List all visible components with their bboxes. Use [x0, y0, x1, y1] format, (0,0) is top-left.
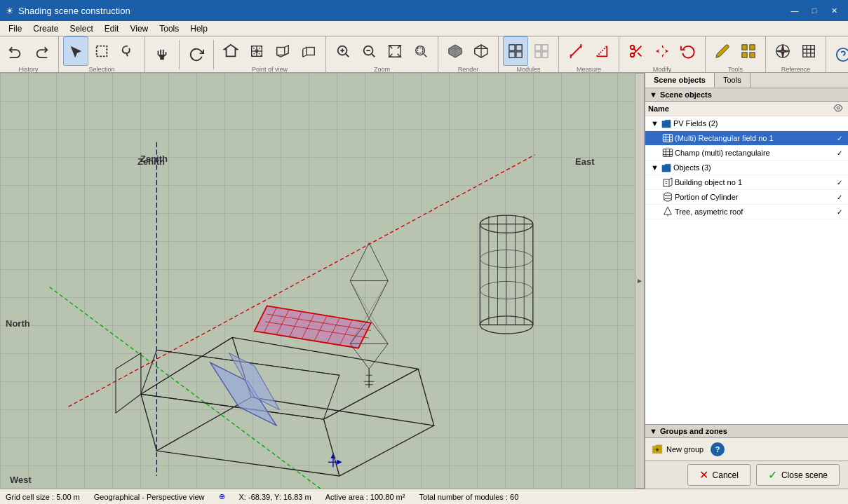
- titlebar: ☀ Shading scene construction — □ ✕: [0, 0, 848, 21]
- cylinder-item[interactable]: Portion of Cylinder ✓: [645, 190, 848, 205]
- cylinder-vis[interactable]: ✓: [834, 193, 845, 201]
- close-scene-button[interactable]: ✓ Close scene: [756, 464, 840, 486]
- tools-group: Tools: [710, 36, 766, 73]
- building-icon: [662, 177, 673, 188]
- maximize-button[interactable]: □: [806, 4, 823, 17]
- pov-top-button[interactable]: [244, 36, 269, 66]
- pv-fields-group[interactable]: ▼ PV Fields (2): [645, 116, 848, 131]
- zoom-in-button[interactable]: [330, 36, 356, 66]
- measure-line-button[interactable]: [563, 36, 588, 66]
- ref-grid-button[interactable]: [796, 36, 821, 66]
- svg-rect-24: [535, 51, 541, 57]
- pv-field-1-vis[interactable]: ✓: [834, 135, 845, 142]
- selection-group: Selection: [63, 36, 145, 73]
- svg-marker-69: [255, 306, 371, 348]
- select-rect-button[interactable]: [89, 36, 114, 66]
- render-wire-button[interactable]: [469, 36, 494, 66]
- tree-icon: [662, 206, 673, 217]
- close-button[interactable]: ✕: [826, 4, 842, 17]
- tools-label: Tools: [710, 66, 761, 73]
- scene-objects-panel: ▼ Scene objects Name ▼: [645, 88, 848, 461]
- svg-marker-125: [664, 207, 672, 214]
- panel-tabs: Scene objects Tools: [645, 73, 848, 88]
- pv-field-icon-2: [662, 147, 673, 158]
- panel-collapse-button[interactable]: ►: [635, 73, 645, 489]
- new-group-button[interactable]: New group: [648, 441, 706, 458]
- svg-marker-43: [776, 50, 789, 53]
- zoom-box-button[interactable]: [408, 36, 433, 66]
- objects-label: Objects (3): [673, 163, 845, 172]
- objects-group[interactable]: ▼ Objects (3): [645, 161, 848, 175]
- measure-angle-button[interactable]: [589, 36, 614, 66]
- groups-content: New group ?: [645, 438, 848, 461]
- redo-button[interactable]: [29, 36, 54, 66]
- scissors-button[interactable]: [624, 36, 649, 66]
- svg-line-89: [350, 343, 369, 369]
- scene-canvas[interactable]: [0, 73, 635, 489]
- pov-front-button[interactable]: [270, 36, 295, 66]
- select-cursor-button[interactable]: [63, 36, 88, 66]
- app-icon: ☀: [6, 6, 14, 16]
- history-group: History: [3, 36, 59, 73]
- tree-item[interactable]: Tree, asymetric roof ✓: [645, 205, 848, 219]
- tree-header: Name: [645, 102, 848, 116]
- svg-marker-1: [224, 44, 237, 56]
- svg-rect-38: [750, 44, 755, 49]
- modules-off-button[interactable]: [529, 36, 554, 66]
- minimize-button[interactable]: —: [786, 4, 803, 17]
- menu-create[interactable]: Create: [27, 22, 64, 35]
- pov-side-button[interactable]: [296, 36, 321, 66]
- svg-line-86: [369, 318, 388, 343]
- select-lasso-button[interactable]: [115, 36, 140, 66]
- tree-vis[interactable]: ✓: [834, 208, 845, 216]
- svg-marker-57: [337, 460, 342, 465]
- viewport[interactable]: Zenith Zenith North East West South: [0, 73, 635, 489]
- panel-footer: ✕ Cancel ✓ Close scene: [645, 461, 848, 489]
- refresh-button[interactable]: [184, 40, 209, 69]
- menu-edit[interactable]: Edit: [99, 22, 125, 35]
- tab-tools[interactable]: Tools: [715, 73, 751, 88]
- modules-on-button[interactable]: [503, 36, 528, 66]
- refresh-group: [184, 40, 214, 69]
- pv-field-2-vis[interactable]: ✓: [834, 149, 845, 157]
- groups-header[interactable]: ▼ Groups and zones: [645, 425, 848, 438]
- svg-line-12: [372, 54, 375, 57]
- help-button[interactable]: [830, 40, 848, 69]
- zoom-label: Zoom: [330, 66, 433, 73]
- svg-rect-22: [535, 44, 541, 50]
- pencil-button[interactable]: [710, 36, 735, 66]
- building-object-name: Building object no 1: [675, 178, 834, 186]
- rotate-button[interactable]: [675, 36, 701, 66]
- menu-file[interactable]: File: [3, 22, 27, 35]
- move-button[interactable]: [650, 36, 675, 66]
- menu-tools[interactable]: Tools: [154, 22, 184, 35]
- zoom-fit-button[interactable]: [382, 36, 408, 66]
- groups-help-button[interactable]: ?: [711, 442, 725, 456]
- menu-view[interactable]: View: [124, 22, 154, 35]
- menubar: File Create Select Edit View Tools Help: [0, 21, 848, 36]
- pan-button[interactable]: [149, 40, 175, 69]
- svg-rect-25: [542, 51, 548, 57]
- col-vis-header: [831, 103, 845, 114]
- menu-help[interactable]: Help: [184, 22, 213, 35]
- svg-line-83: [369, 281, 388, 319]
- svg-rect-37: [742, 44, 747, 49]
- compass-button[interactable]: [770, 36, 795, 66]
- modules-count-status: Total number of modules : 60: [419, 493, 518, 501]
- svg-marker-36: [665, 49, 669, 53]
- render-solid-button[interactable]: [443, 36, 468, 66]
- pv-field-item-1[interactable]: (Multi) Rectangular field no 1 ✓: [645, 131, 848, 146]
- tab-scene-objects[interactable]: Scene objects: [645, 73, 715, 88]
- pov-home-button[interactable]: [218, 36, 243, 66]
- undo-button[interactable]: [3, 36, 28, 66]
- svg-line-62: [418, 369, 433, 425]
- building-object-vis[interactable]: ✓: [834, 179, 845, 186]
- grid-tool-button[interactable]: [736, 36, 761, 66]
- svg-line-64: [141, 337, 232, 394]
- zoom-out-button[interactable]: [356, 36, 382, 66]
- menu-select[interactable]: Select: [64, 22, 98, 35]
- building-object-item[interactable]: Building object no 1 ✓: [645, 175, 848, 190]
- pv-field-item-2[interactable]: Champ (multi) rectangulaire ✓: [645, 146, 848, 161]
- scene-objects-header[interactable]: ▼ Scene objects: [645, 88, 848, 102]
- cancel-button[interactable]: ✕ Cancel: [687, 464, 751, 486]
